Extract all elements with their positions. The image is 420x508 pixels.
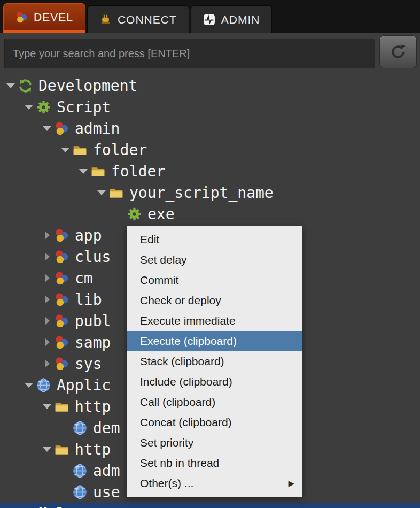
menu-item-stack-clipboard[interactable]: Stack (clipboard)	[127, 351, 302, 372]
menu-item-set-delay[interactable]: Set delay	[127, 250, 302, 270]
tree-item-admin[interactable]: admin	[0, 118, 420, 139]
menu-item-label: Set priority	[140, 436, 193, 449]
tree-item-label: lib	[75, 291, 102, 309]
menu-item-label: Set nb in thread	[140, 457, 219, 469]
menu-item-label: Set delay	[140, 253, 187, 266]
expand-arrow-icon[interactable]	[40, 274, 55, 282]
tree-item-exe[interactable]: exe	[0, 203, 420, 225]
folder-icon	[55, 399, 74, 414]
refresh-button[interactable]	[379, 35, 417, 68]
tree-item-label: your_script_name	[129, 184, 274, 202]
collapse-arrow-icon[interactable]	[58, 148, 73, 152]
collapse-arrow-icon[interactable]	[40, 126, 55, 131]
collapse-arrow-icon[interactable]	[76, 169, 91, 174]
tree-item-label: cm	[75, 270, 93, 287]
cluster-icon	[55, 293, 74, 307]
folder-icon	[55, 442, 74, 457]
cluster-icon	[55, 121, 74, 136]
tab-devel[interactable]: DEVEL	[3, 3, 85, 33]
tree-item-label: app	[75, 227, 102, 244]
refresh-icon	[390, 44, 406, 60]
cluster-icon	[55, 271, 74, 286]
menu-item-execute-immediate[interactable]: Execute immediate	[127, 311, 302, 331]
folder-icon	[73, 143, 92, 157]
collapse-arrow-icon[interactable]	[3, 83, 18, 88]
tree-item-label: dem	[93, 419, 120, 437]
cluster-icon	[15, 11, 28, 24]
tab-connect[interactable]: CONNECT	[87, 5, 189, 33]
collapse-arrow-icon[interactable]	[40, 447, 55, 452]
gear-icon	[36, 100, 56, 114]
menu-item-execute-clipboard[interactable]: Execute (clipboard)	[127, 331, 302, 351]
expand-arrow-icon[interactable]	[40, 338, 55, 347]
tab-admin[interactable]: ADMIN	[191, 5, 273, 33]
menu-item-include-clipboard[interactable]: Include (clipboard)	[127, 372, 302, 392]
collapse-arrow-icon[interactable]	[40, 404, 55, 409]
search-bar	[0, 33, 420, 73]
pulse-icon	[203, 13, 215, 26]
menu-item-label: Call (clipboard)	[140, 396, 215, 409]
expand-arrow-icon[interactable]	[40, 295, 55, 304]
tree-item-folder[interactable]: folder	[0, 160, 420, 182]
menu-item-other-s[interactable]: Other(s) ...▶	[127, 473, 302, 494]
tree-item-label: admin	[75, 120, 120, 137]
menu-item-set-nb-in-thread[interactable]: Set nb in thread	[127, 453, 302, 473]
tree-item-label: clus	[75, 248, 111, 266]
collapse-arrow-icon[interactable]	[94, 190, 109, 195]
globe-icon	[73, 485, 92, 499]
menu-item-label: Other(s) ...	[140, 477, 193, 490]
menu-item-label: Include (clipboard)	[140, 375, 232, 388]
tree-item-label: adm	[93, 462, 120, 480]
search-input[interactable]	[4, 39, 375, 68]
tree-item-label: use	[93, 483, 120, 501]
tree-item-folder[interactable]: folder	[0, 139, 420, 160]
folder-icon	[109, 186, 128, 200]
tree-item-label: samp	[75, 334, 111, 351]
tree-item-label: folder	[111, 163, 165, 180]
collapse-arrow-icon[interactable]	[21, 383, 36, 388]
menu-item-label: Commit	[140, 274, 178, 287]
menu-item-label: Check or deploy	[140, 294, 221, 307]
tree-item-label: Hel	[38, 505, 66, 508]
tab-admin-label: ADMIN	[221, 13, 260, 26]
tree-item-development[interactable]: Development	[0, 75, 420, 96]
tree-item-label: publ	[75, 312, 111, 330]
tree-item-hel[interactable]: Hel	[0, 503, 420, 508]
context-menu: EditSet delayCommitCheck or deployExecut…	[127, 226, 302, 497]
gear-icon	[127, 207, 146, 221]
menu-item-call-clipboard[interactable]: Call (clipboard)	[127, 392, 302, 412]
tree-item-label: sys	[75, 355, 102, 373]
menu-item-label: Stack (clipboard)	[140, 355, 224, 368]
menu-item-edit[interactable]: Edit	[127, 229, 302, 250]
collapse-arrow-icon[interactable]	[21, 105, 36, 110]
cluster-icon	[55, 335, 74, 350]
tree-item-label: folder	[93, 141, 147, 159]
cluster-icon	[55, 228, 74, 243]
expand-arrow-icon[interactable]	[40, 231, 55, 240]
globe-icon	[73, 464, 92, 478]
recycle-icon	[18, 79, 37, 93]
tree-item-label: Script	[57, 98, 111, 116]
menu-item-label: Concat (clipboard)	[140, 416, 232, 429]
cluster-icon	[55, 357, 74, 371]
menu-item-concat-clipboard[interactable]: Concat (clipboard)	[127, 412, 302, 433]
menu-item-label: Edit	[140, 233, 159, 246]
menu-item-check-or-deploy[interactable]: Check or deploy	[127, 290, 302, 311]
tree-item-script[interactable]: Script	[0, 96, 420, 118]
tree-item-label: exe	[147, 205, 175, 223]
tab-bar: DEVEL CONNECT ADMIN	[0, 0, 420, 33]
expand-arrow-icon[interactable]	[40, 252, 55, 261]
tree-item-label: Applic	[57, 376, 111, 394]
connect-icon	[99, 13, 112, 26]
tab-connect-label: CONNECT	[118, 13, 177, 26]
globe-icon	[36, 378, 56, 392]
menu-item-commit[interactable]: Commit	[127, 270, 302, 290]
cluster-icon	[55, 250, 74, 264]
tree-item-your-script-name[interactable]: your_script_name	[0, 182, 420, 203]
globe-icon	[73, 421, 92, 435]
menu-item-set-priority[interactable]: Set priority	[127, 433, 302, 453]
tree-item-label: Development	[38, 77, 137, 95]
app-window: DEVEL CONNECT ADMIN	[0, 0, 420, 508]
expand-arrow-icon[interactable]	[40, 359, 55, 368]
expand-arrow-icon[interactable]	[40, 317, 55, 325]
